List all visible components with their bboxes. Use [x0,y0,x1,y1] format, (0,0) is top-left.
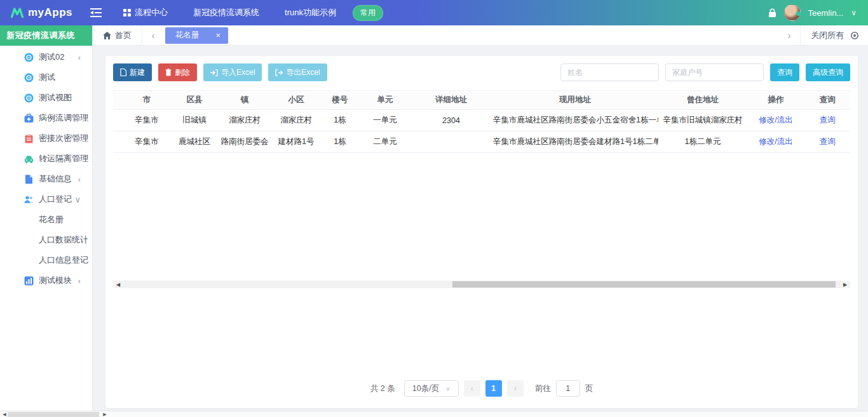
col-current-address: 现用地址 [492,91,658,110]
goto-page-input[interactable] [556,380,580,397]
chevron-down-icon: ∨ [445,385,450,392]
new-doc-icon [120,69,126,76]
clipped-column [113,91,122,110]
new-button[interactable]: 新建 [113,63,152,81]
prev-page-button[interactable]: ‹ [464,380,480,397]
roster-table: 市 区县 镇 小区 楼号 单元 详细地址 现用地址 曾住地址 操作 查询 [113,90,850,281]
household-number-input[interactable] [665,63,764,81]
scroll-right-arrow-icon[interactable]: ▶ [102,411,108,417]
chevron-left-icon: ‹ [78,114,81,123]
table-horizontal-scrollbar[interactable]: ◀ ▶ [113,281,850,288]
common-badge[interactable]: 常用 [353,5,383,21]
sidebar-item-test02[interactable]: 测试02 ‹ [0,47,92,67]
lock-icon[interactable] [768,8,776,18]
table-header-row: 市 区县 镇 小区 楼号 单元 详细地址 现用地址 曾住地址 操作 查询 [113,91,850,110]
cell-unit: 一单元 [360,110,410,131]
table-row: 辛集市 旧城镇 溜家庄村 溜家庄村 1栋 一单元 2304 辛集市鹿城社区路南街… [113,110,850,131]
test-view-icon [24,93,34,103]
col-county: 区县 [172,91,217,110]
trash-icon [165,69,172,76]
cell-building: 1栋 [320,131,360,153]
export-icon [275,69,283,76]
tabs-scroll-right-icon[interactable]: › [778,30,800,41]
cell-city: 辛集市 [122,131,172,153]
sidebar: 新冠疫情流调系统 测试02 ‹ 测试 测试视图 [0,25,93,411]
sidebar-item-test[interactable]: 测试 [0,67,92,88]
nav-item-covid-system[interactable]: 新冠疫情流调系统 [180,0,272,25]
sidebar-item-population-register[interactable]: 人口登记 ∨ [0,189,92,209]
total-count: 共 2 条 [370,383,395,394]
sidebar-item-transfer-quarantine[interactable]: 转运隔离管理 ‹ [0,149,92,169]
sidebar-toggle-icon[interactable] [90,8,102,17]
sidebar-item-basic-info[interactable]: 基础信息 ‹ [0,169,92,189]
page-size-select[interactable]: 10条/页 ∨ [404,380,459,397]
row-query-link[interactable]: 查询 [820,137,836,146]
cell-previous-address: 辛集市旧城镇溜家庄村 [658,110,747,131]
roster-card: 新建 删除 导入Excel [105,56,858,408]
people-icon [24,195,34,204]
close-icon[interactable]: × [216,31,221,39]
scroll-right-arrow-icon[interactable]: ▶ [841,281,849,288]
cell-town: 溜家庄村 [217,110,272,131]
test-icon [24,53,34,62]
nav-item-trunk-demo[interactable]: trunk功能示例 [272,0,349,25]
main-area: 首页 ‹ 花名册 × › 关闭所有 [93,25,868,411]
query-button[interactable]: 查询 [770,63,799,81]
tabs-scroll-left-icon[interactable]: ‹ [142,30,164,41]
sidebar-menu: 测试02 ‹ 测试 测试视图 病例流调管理 ‹ [0,46,92,291]
content-area: 新建 删除 导入Excel [93,46,868,411]
close-all-button[interactable]: 关闭所有 [800,25,850,45]
page-horizontal-scrollbar[interactable]: ◀ ▶ [0,411,868,417]
document-icon [24,175,34,184]
tab-home[interactable]: 首页 [93,25,142,45]
sidebar-item-close-contact[interactable]: 密接次密管理 ‹ [0,128,92,149]
scrollbar-thumb[interactable] [452,281,836,288]
next-page-button[interactable]: › [507,380,524,397]
user-menu-chevron-down-icon[interactable]: ∨ [851,8,857,17]
chevron-left-icon: ‹ [78,154,81,164]
delete-button[interactable]: 删除 [158,63,197,81]
import-excel-button[interactable]: 导入Excel [203,63,262,81]
sidebar-item-population-statistics[interactable]: 人口数据统计 [0,230,92,250]
col-community: 小区 [272,91,320,110]
scrollbar-thumb[interactable] [8,412,99,417]
cell-community: 溜家庄村 [272,110,320,131]
cell-detail-address [410,131,492,153]
gear-icon[interactable] [850,31,868,40]
sidebar-item-case-investigation[interactable]: 病例流调管理 ‹ [0,108,92,128]
user-avatar[interactable] [784,4,801,21]
col-building: 楼号 [320,91,360,110]
chevron-left-icon: ‹ [78,175,81,184]
username[interactable]: Teemlin... [808,8,844,18]
tab-roster[interactable]: 花名册 × [165,27,228,44]
scroll-left-arrow-icon[interactable]: ◀ [114,281,122,288]
page-unit-label: 页 [585,383,593,394]
app-logo[interactable]: myApps [0,6,81,19]
page-1-button[interactable]: 1 [485,380,502,397]
cell-current-address: 辛集市鹿城社区路南街居委会建材路1号1栋二单元 [492,131,658,153]
col-detail-address: 详细地址 [410,91,492,110]
sidebar-item-population-info-register[interactable]: 人口信息登记 [0,250,92,270]
cell-community: 建材路1号 [272,131,320,153]
row-query-link[interactable]: 查询 [820,116,836,124]
table-row: 辛集市 鹿城社区 路南街居委会 建材路1号 1栋 二单元 辛集市鹿城社区路南街居… [113,131,850,153]
name-search-input[interactable] [560,63,659,81]
col-town: 镇 [217,91,272,110]
scroll-left-arrow-icon[interactable]: ◀ [1,411,8,417]
chevron-left-icon: ‹ [78,276,81,286]
modify-outflow-link[interactable]: 修改/流出 [759,116,792,124]
sidebar-item-test-view[interactable]: 测试视图 [0,88,92,108]
export-excel-button[interactable]: 导出Excel [268,63,327,81]
cell-previous-address: 1栋二单元 [658,131,747,153]
chevron-left-icon: ‹ [78,134,81,143]
topbar: myApps 流程中心 新冠疫情流调系统 trunk功能示例 常用 Teemli… [0,0,868,25]
sidebar-item-test-module[interactable]: 测试模块 ‹ [0,270,92,291]
nav-item-flow-center[interactable]: 流程中心 [111,0,180,25]
modify-outflow-link[interactable]: 修改/流出 [759,137,792,146]
clipboard-icon [24,134,34,143]
advanced-query-button[interactable]: 高级查询 [806,63,850,81]
grid-icon [123,9,131,17]
sidebar-item-roster[interactable]: 花名册 [0,209,92,230]
cell-county: 鹿城社区 [172,131,217,153]
test-icon [24,73,34,83]
